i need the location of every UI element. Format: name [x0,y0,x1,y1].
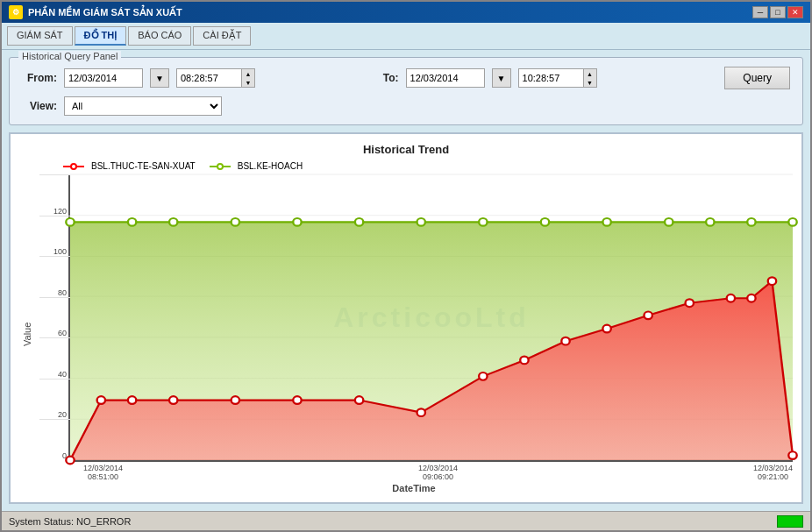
query-panel-title: Historical Query Panel [18,51,121,61]
to-time-input[interactable] [518,68,584,88]
svg-point-40 [768,277,776,285]
from-time-spinners: ▲ ▼ [242,68,255,88]
maximize-button[interactable]: □ [770,6,786,18]
svg-point-36 [644,311,652,319]
svg-point-16 [479,218,487,226]
chart-inner: 0 20 40 60 80 100 120 ArcticooLtd [68,174,793,462]
x-labels: 12/03/2014 08:51:00 12/03/2014 09:06:00 … [83,464,793,481]
svg-point-33 [520,357,528,365]
y-tick-120: 120 [39,174,70,216]
status-bar: System Status: NO_ERROR [2,511,810,530]
svg-point-18 [602,218,610,226]
status-indicator [777,515,803,528]
svg-point-11 [169,218,177,226]
chart-drawing-area: Value 0 20 40 60 80 100 120 [19,174,793,493]
title-bar: ⚙ PHẦN MỀM GIÁM SÁT SẢN XUẤT ─ □ ✕ [2,2,810,23]
x-axis-label: DateTime [35,483,793,493]
title-controls: ─ □ ✕ [752,6,803,18]
svg-point-12 [231,218,239,226]
status-text: System Status: NO_ERROR [9,516,131,527]
view-select[interactable]: All BSL.THUC-TE-SAN-XUAT BSL.KE-HOACH [64,96,222,116]
legend-plan-label: BSL.KE-HOACH [238,161,303,171]
y-axis-label: Value [19,174,35,493]
to-time-up-button[interactable]: ▲ [584,69,596,78]
y-tick-60: 60 [39,297,70,338]
close-button[interactable]: ✕ [787,6,803,18]
from-time-up-button[interactable]: ▲ [242,69,254,78]
tab-do-thi[interactable]: ĐỒ THỊ [75,26,127,46]
svg-point-30 [355,396,363,404]
y-tick-0: 0 [39,419,70,460]
to-label: To: [383,72,399,84]
tab-cai-dat[interactable]: CÀI ĐẶT [193,26,251,46]
svg-point-14 [355,218,363,226]
minimize-button[interactable]: ─ [752,6,768,18]
svg-point-25 [97,396,105,404]
y-tick-20: 20 [39,379,70,420]
chart-legend: BSL.THUC-TE-SAN-XUAT BSL.KE-HOACH [63,161,793,171]
svg-point-27 [169,396,177,404]
svg-point-24 [66,457,74,465]
svg-point-15 [417,218,425,226]
svg-point-29 [293,396,301,404]
svg-point-17 [541,218,549,226]
main-window: ⚙ PHẦN MỀM GIÁM SÁT SẢN XUẤT ─ □ ✕ GIÁM … [0,0,812,532]
legend-item-actual: BSL.THUC-TE-SAN-XUAT [63,161,196,171]
svg-point-32 [479,372,487,380]
tab-giam-sat[interactable]: GIÁM SÁT [7,26,73,46]
x-label-3: 12/03/2014 09:21:00 [753,464,793,481]
svg-point-10 [128,218,136,226]
view-row: View: All BSL.THUC-TE-SAN-XUAT BSL.KE-HO… [22,96,790,116]
legend-item-plan: BSL.KE-HOACH [210,161,303,171]
svg-point-13 [293,218,301,226]
to-time-down-button[interactable]: ▼ [584,78,596,87]
chart-container: Historical Trend BSL.THUC-TE-SAN-XUAT BS… [9,132,803,504]
svg-point-22 [788,218,796,226]
query-panel: Historical Query Panel From: ▼ ▲ ▼ To: ▼ [9,57,803,125]
svg-point-34 [561,337,569,345]
svg-point-38 [727,294,735,302]
svg-point-31 [417,408,425,416]
from-time-group: ▲ ▼ [176,68,255,88]
svg-point-9 [66,218,74,226]
from-to-row: From: ▼ ▲ ▼ To: ▼ ▲ ▼ [22,67,790,89]
to-date-calendar-button[interactable]: ▼ [492,68,511,88]
chart-title: Historical Trend [19,143,793,156]
from-time-down-button[interactable]: ▼ [242,78,254,87]
svg-point-20 [706,218,714,226]
from-date-input[interactable] [64,68,143,88]
x-label-1: 12/03/2014 08:51:00 [83,464,123,481]
app-icon: ⚙ [9,5,23,19]
y-ticks: 0 20 40 60 80 100 120 [39,174,70,460]
to-date-input[interactable] [406,68,485,88]
tab-bao-cao[interactable]: BÁO CÁO [128,26,191,46]
chart-svg [70,174,793,460]
x-label-2: 12/03/2014 09:06:00 [418,464,458,481]
to-time-spinners: ▲ ▼ [584,68,597,88]
svg-point-41 [788,451,796,459]
menu-bar: GIÁM SÁTĐỒ THỊBÁO CÁOCÀI ĐẶT [2,23,810,50]
query-button[interactable]: Query [724,67,790,89]
svg-point-21 [747,218,755,226]
y-tick-40: 40 [39,337,70,379]
view-label: View: [22,100,57,112]
svg-point-19 [665,218,673,226]
svg-point-37 [686,299,694,307]
y-tick-80: 80 [39,256,70,297]
to-time-group: ▲ ▼ [518,68,597,88]
svg-point-28 [231,396,239,404]
from-time-input[interactable] [176,68,242,88]
svg-point-35 [602,325,610,333]
window-title: PHẦN MỀM GIÁM SÁT SẢN XUẤT [28,7,182,18]
title-bar-left: ⚙ PHẦN MỀM GIÁM SÁT SẢN XUẤT [9,5,182,19]
legend-actual-label: BSL.THUC-TE-SAN-XUAT [91,161,196,171]
svg-point-26 [128,396,136,404]
from-date-calendar-button[interactable]: ▼ [150,68,169,88]
svg-point-39 [747,294,755,302]
content-area: Historical Query Panel From: ▼ ▲ ▼ To: ▼ [2,50,810,511]
from-label: From: [22,72,57,84]
